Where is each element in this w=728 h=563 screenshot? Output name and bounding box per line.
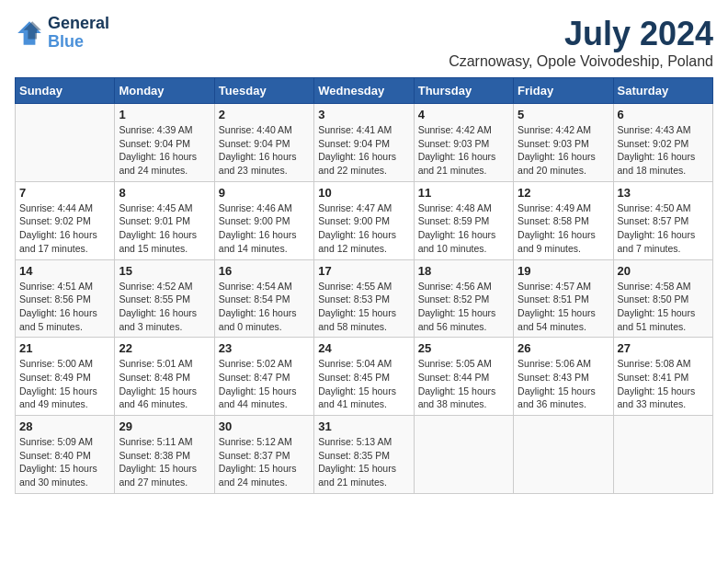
day-info: Sunrise: 5:02 AM Sunset: 8:47 PM Dayligh… [219,357,310,411]
day-number: 24 [318,341,409,355]
day-cell: 14Sunrise: 4:51 AM Sunset: 8:56 PM Dayli… [16,259,115,338]
day-info: Sunrise: 4:46 AM Sunset: 9:00 PM Dayligh… [219,201,310,256]
day-info: Sunrise: 5:01 AM Sunset: 8:48 PM Dayligh… [119,357,210,411]
day-info: Sunrise: 4:44 AM Sunset: 9:02 PM Dayligh… [19,201,110,256]
week-row-1: 1Sunrise: 4:39 AM Sunset: 9:04 PM Daylig… [16,104,713,182]
day-info: Sunrise: 4:56 AM Sunset: 8:52 PM Dayligh… [418,280,509,334]
column-header-wednesday: Wednesday [314,78,414,104]
column-header-friday: Friday [514,78,613,104]
day-number: 25 [418,341,509,355]
day-number: 2 [219,108,310,121]
day-info: Sunrise: 4:42 AM Sunset: 9:03 PM Dayligh… [518,123,609,178]
column-header-tuesday: Tuesday [214,78,313,104]
logo: General Blue [15,15,109,52]
day-number: 20 [618,264,709,278]
day-cell: 19Sunrise: 4:57 AM Sunset: 8:51 PM Dayli… [514,259,613,338]
day-info: Sunrise: 4:48 AM Sunset: 8:59 PM Dayligh… [418,201,509,256]
day-cell: 12Sunrise: 4:49 AM Sunset: 8:58 PM Dayli… [514,181,613,259]
week-row-4: 21Sunrise: 5:00 AM Sunset: 8:49 PM Dayli… [16,338,713,416]
day-cell: 17Sunrise: 4:55 AM Sunset: 8:53 PM Dayli… [314,259,414,338]
day-cell: 16Sunrise: 4:54 AM Sunset: 8:54 PM Dayli… [214,259,313,338]
logo-line1: General [48,15,109,33]
day-info: Sunrise: 4:50 AM Sunset: 8:57 PM Dayligh… [618,201,709,256]
day-cell: 6Sunrise: 4:43 AM Sunset: 9:02 PM Daylig… [613,104,712,182]
day-cell: 11Sunrise: 4:48 AM Sunset: 8:59 PM Dayli… [414,181,513,259]
day-cell: 31Sunrise: 5:13 AM Sunset: 8:35 PM Dayli… [314,416,414,494]
location-title: Czarnowasy, Opole Voivodeship, Poland [449,53,713,70]
day-number: 31 [318,419,409,433]
column-header-sunday: Sunday [16,78,115,104]
day-info: Sunrise: 5:08 AM Sunset: 8:41 PM Dayligh… [618,357,709,411]
day-cell: 24Sunrise: 5:04 AM Sunset: 8:45 PM Dayli… [314,338,414,416]
header-row: SundayMondayTuesdayWednesdayThursdayFrid… [16,78,713,104]
page-header: General Blue July 2024 Czarnowasy, Opole… [15,15,713,70]
day-number: 29 [119,419,210,433]
day-cell: 18Sunrise: 4:56 AM Sunset: 8:52 PM Dayli… [414,259,513,338]
day-info: Sunrise: 4:39 AM Sunset: 9:04 PM Dayligh… [119,123,210,178]
day-number: 23 [219,341,310,355]
column-header-saturday: Saturday [613,78,712,104]
day-cell: 2Sunrise: 4:40 AM Sunset: 9:04 PM Daylig… [214,104,313,182]
day-info: Sunrise: 4:58 AM Sunset: 8:50 PM Dayligh… [618,280,709,334]
day-number: 26 [518,341,609,355]
day-info: Sunrise: 5:06 AM Sunset: 8:43 PM Dayligh… [518,357,609,411]
day-number: 12 [518,186,609,200]
day-info: Sunrise: 4:52 AM Sunset: 8:55 PM Dayligh… [119,280,210,334]
day-cell: 29Sunrise: 5:11 AM Sunset: 8:38 PM Dayli… [115,416,214,494]
day-number: 3 [318,108,409,121]
day-cell: 15Sunrise: 4:52 AM Sunset: 8:55 PM Dayli… [115,259,214,338]
day-info: Sunrise: 4:43 AM Sunset: 9:02 PM Dayligh… [618,123,709,178]
day-cell: 20Sunrise: 4:58 AM Sunset: 8:50 PM Dayli… [613,259,712,338]
day-cell: 13Sunrise: 4:50 AM Sunset: 8:57 PM Dayli… [613,181,712,259]
day-cell: 25Sunrise: 5:05 AM Sunset: 8:44 PM Dayli… [414,338,513,416]
day-cell [414,416,513,494]
day-info: Sunrise: 4:47 AM Sunset: 9:00 PM Dayligh… [318,201,409,256]
day-number: 4 [418,108,509,121]
day-number: 11 [418,186,509,200]
day-cell: 9Sunrise: 4:46 AM Sunset: 9:00 PM Daylig… [214,181,313,259]
day-cell [16,104,115,182]
day-info: Sunrise: 4:54 AM Sunset: 8:54 PM Dayligh… [219,280,310,334]
day-cell: 7Sunrise: 4:44 AM Sunset: 9:02 PM Daylig… [16,181,115,259]
day-number: 18 [418,264,509,278]
logo-icon [15,18,44,48]
day-number: 5 [518,108,609,121]
day-info: Sunrise: 5:05 AM Sunset: 8:44 PM Dayligh… [418,357,509,411]
day-cell [613,416,712,494]
day-number: 30 [219,419,310,433]
day-info: Sunrise: 4:49 AM Sunset: 8:58 PM Dayligh… [518,201,609,256]
day-cell: 28Sunrise: 5:09 AM Sunset: 8:40 PM Dayli… [16,416,115,494]
day-info: Sunrise: 4:41 AM Sunset: 9:04 PM Dayligh… [318,123,409,178]
week-row-5: 28Sunrise: 5:09 AM Sunset: 8:40 PM Dayli… [16,416,713,494]
day-cell: 8Sunrise: 4:45 AM Sunset: 9:01 PM Daylig… [115,181,214,259]
day-number: 17 [318,264,409,278]
day-info: Sunrise: 5:13 AM Sunset: 8:35 PM Dayligh… [318,435,409,489]
day-cell: 1Sunrise: 4:39 AM Sunset: 9:04 PM Daylig… [115,104,214,182]
column-header-monday: Monday [115,78,214,104]
column-header-thursday: Thursday [414,78,513,104]
week-row-2: 7Sunrise: 4:44 AM Sunset: 9:02 PM Daylig… [16,181,713,259]
week-row-3: 14Sunrise: 4:51 AM Sunset: 8:56 PM Dayli… [16,259,713,338]
day-info: Sunrise: 5:11 AM Sunset: 8:38 PM Dayligh… [119,435,210,489]
day-cell: 27Sunrise: 5:08 AM Sunset: 8:41 PM Dayli… [613,338,712,416]
day-number: 6 [618,108,709,121]
logo-text: General Blue [48,15,109,52]
day-cell: 22Sunrise: 5:01 AM Sunset: 8:48 PM Dayli… [115,338,214,416]
day-info: Sunrise: 5:00 AM Sunset: 8:49 PM Dayligh… [19,357,110,411]
day-number: 7 [19,186,110,200]
day-number: 15 [119,264,210,278]
day-cell: 3Sunrise: 4:41 AM Sunset: 9:04 PM Daylig… [314,104,414,182]
day-number: 13 [618,186,709,200]
day-info: Sunrise: 4:40 AM Sunset: 9:04 PM Dayligh… [219,123,310,178]
day-cell: 30Sunrise: 5:12 AM Sunset: 8:37 PM Dayli… [214,416,313,494]
day-cell: 10Sunrise: 4:47 AM Sunset: 9:00 PM Dayli… [314,181,414,259]
day-cell: 26Sunrise: 5:06 AM Sunset: 8:43 PM Dayli… [514,338,613,416]
day-info: Sunrise: 4:45 AM Sunset: 9:01 PM Dayligh… [119,201,210,256]
day-number: 28 [19,419,110,433]
day-info: Sunrise: 5:12 AM Sunset: 8:37 PM Dayligh… [219,435,310,489]
calendar-table: SundayMondayTuesdayWednesdayThursdayFrid… [15,77,713,494]
day-number: 21 [19,341,110,355]
day-cell: 23Sunrise: 5:02 AM Sunset: 8:47 PM Dayli… [214,338,313,416]
day-number: 14 [19,264,110,278]
day-info: Sunrise: 4:55 AM Sunset: 8:53 PM Dayligh… [318,280,409,334]
